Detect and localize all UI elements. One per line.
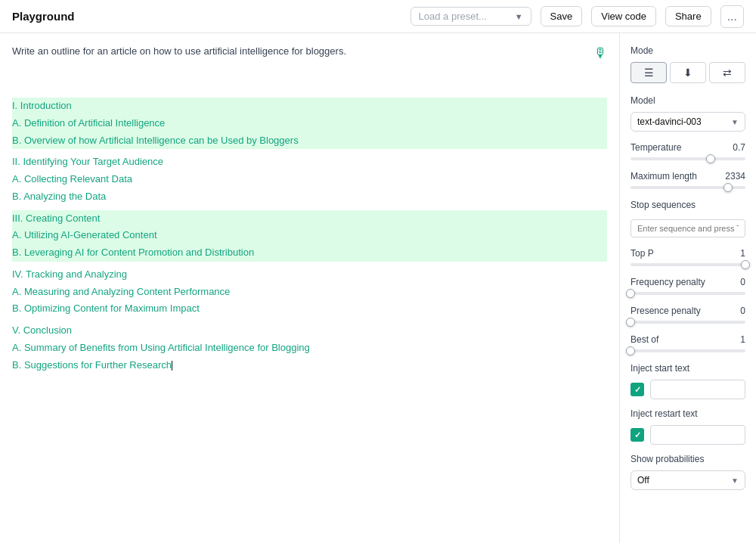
max-length-container: Maximum length 2334 [631,171,745,189]
mode-buttons: ☰ ⬇ ⇄ [631,62,745,83]
preset-dropdown[interactable]: Load a preset... ▼ [411,7,531,26]
editor-content[interactable]: I. IntroductionA. Definition of Artifici… [12,64,607,374]
preset-placeholder: Load a preset... [419,11,487,22]
list-item: A. Summary of Benefits from Using Artifi… [12,340,607,357]
complete-icon: ☰ [644,67,654,79]
list-item: A. Utilizing AI-Generated Content [12,227,607,244]
presence-penalty-container: Presence penalty 0 [631,306,745,324]
top-p-container: Top P 1 [631,248,745,266]
list-item: B. Analyzing the Data [12,188,607,206]
temperature-label: Temperature [631,142,681,153]
top-p-label: Top P [631,248,654,259]
presence-penalty-slider[interactable] [631,321,745,324]
frequency-penalty-value: 0 [740,277,745,287]
mode-edit-button[interactable]: ⇄ [709,62,745,83]
frequency-penalty-thumb[interactable] [626,289,635,298]
header: Playground Load a preset... ▼ Save View … [0,0,756,33]
best-of-slider[interactable] [631,349,745,352]
save-button[interactable]: Save [541,6,583,26]
inject-start-row [631,380,745,399]
max-length-value: 2334 [725,171,745,182]
mode-label: Mode [631,45,745,56]
preset-chevron-icon: ▼ [515,12,523,21]
list-item: V. Conclusion [12,322,607,340]
mode-insert-button[interactable]: ⬇ [670,62,706,83]
share-button[interactable]: Share [665,6,711,26]
frequency-penalty-container: Frequency penalty 0 [631,277,745,295]
prompt-text: Write an outline for an article on how t… [12,45,607,57]
top-p-slider[interactable] [631,263,745,266]
show-probabilities-label: Show probabilities [631,454,745,464]
list-item: I. Introduction [12,98,607,115]
list-item: III. Creating Content [12,210,607,228]
temperature-thumb[interactable] [706,154,715,163]
inject-restart-checkbox[interactable] [631,428,644,442]
page-title: Playground [12,10,401,23]
model-label: Model [631,95,745,106]
inject-restart-input[interactable] [650,425,745,445]
list-item: A. Measuring and Analyzing Content Perfo… [12,284,607,301]
temperature-container: Temperature 0.7 [631,142,745,160]
max-length-label: Maximum length [631,171,697,182]
list-item: A. Collecting Relevant Data [12,171,607,188]
best-of-container: Best of 1 [631,334,745,352]
inject-start-input[interactable] [650,380,745,399]
inject-start-label: Inject start text [631,363,745,374]
max-length-slider[interactable] [631,186,745,189]
stop-sequences-container: Stop sequences [631,200,745,248]
temperature-value: 0.7 [733,142,745,153]
best-of-value: 1 [740,334,745,345]
top-p-value: 1 [740,248,745,259]
list-item: B. Optimizing Content for Maximum Impact [12,300,607,318]
frequency-penalty-slider[interactable] [631,292,745,295]
stop-sequences-input[interactable] [631,219,745,237]
inject-start-checkbox[interactable] [631,383,644,396]
list-item: A. Definition of Artificial Intelligence [12,115,607,132]
mic-icon[interactable]: 🎙 [593,45,607,61]
editor-area[interactable]: 🎙 Write an outline for an article on how… [0,33,620,543]
presence-penalty-thumb[interactable] [626,318,635,327]
show-probabilities-dropdown[interactable]: Off ▼ [631,470,745,490]
temperature-slider[interactable] [631,157,745,160]
inject-restart-row [631,425,745,445]
mode-complete-button[interactable]: ☰ [631,62,667,83]
model-value: text-davinci-003 [637,116,702,127]
inject-restart-label: Inject restart text [631,408,745,419]
best-of-thumb[interactable] [626,346,635,355]
list-item: B. Leveraging AI for Content Promotion a… [12,244,607,262]
insert-icon: ⬇ [683,67,692,79]
presence-penalty-label: Presence penalty [631,306,701,316]
sidebar: Mode ☰ ⬇ ⇄ Model text-davinci-003 ▼ Temp… [620,33,756,543]
list-item: IV. Tracking and Analyzing [12,266,607,284]
view-code-button[interactable]: View code [591,6,656,26]
top-p-thumb[interactable] [741,260,750,269]
list-item: II. Identifying Your Target Audience [12,154,607,171]
main-layout: 🎙 Write an outline for an article on how… [0,33,756,543]
edit-icon: ⇄ [723,67,732,79]
show-prob-chevron-icon: ▼ [731,476,739,485]
text-cursor [172,361,172,371]
best-of-label: Best of [631,334,658,345]
list-item: B. Suggestions for Further Research [12,357,607,374]
show-probabilities-value: Off [637,475,649,486]
model-chevron-icon: ▼ [731,118,739,126]
more-options-button[interactable]: ... [720,5,744,28]
max-length-thumb[interactable] [723,183,733,192]
stop-sequences-label: Stop sequences [631,200,745,210]
frequency-penalty-label: Frequency penalty [631,277,705,287]
presence-penalty-value: 0 [740,306,745,316]
list-item: B. Overview of how Artificial Intelligen… [12,132,607,150]
model-dropdown[interactable]: text-davinci-003 ▼ [631,112,745,132]
